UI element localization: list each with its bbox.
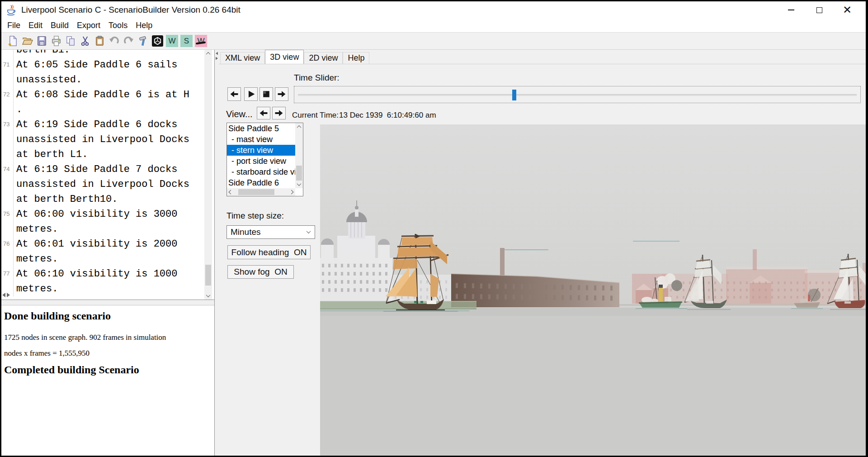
log-entry: 75At 06:00 visibility is 3000 metres.	[1, 207, 204, 237]
tab-xml-view[interactable]: XML view	[220, 52, 265, 64]
w-strikethrough-button[interactable]: W	[195, 35, 207, 47]
log-entry-text: berth B1.	[13, 50, 193, 57]
log-entry: berth B1.	[1, 50, 204, 57]
close-button[interactable]: ✕	[833, 1, 861, 19]
list-item-mast-view[interactable]: - mast view	[227, 134, 295, 145]
log-entry-text: At 06:01 visibility is 2000 metres.	[13, 237, 193, 267]
time-slider-track[interactable]	[298, 94, 857, 96]
paste-icon[interactable]	[94, 35, 106, 47]
menu-edit[interactable]: Edit	[24, 19, 47, 32]
splitter-collapse-right-icon[interactable]	[216, 57, 218, 60]
status-heading-done: Done building scenario	[4, 310, 212, 322]
vertical-splitter[interactable]	[214, 50, 219, 456]
log-entry-text: At 6:05 Side Paddle 6 sails unassisted.	[13, 57, 193, 87]
app-window: Liverpool Scenario C - ScenarioBuilder V…	[0, 0, 868, 457]
menu-help[interactable]: Help	[132, 19, 156, 32]
log-line-number: 77	[1, 267, 13, 296]
log-line-number: 71	[1, 57, 13, 87]
list-item-stern-view[interactable]: - stern view	[227, 145, 295, 156]
time-slider-thumb[interactable]	[512, 90, 516, 100]
list-item-port-side-view[interactable]: - port side view	[227, 156, 295, 167]
w-button[interactable]: W	[166, 35, 178, 47]
time-slider-label: Time Slider:	[294, 73, 340, 83]
list-scroll-right-icon[interactable]	[288, 188, 295, 196]
list-scroll-up-icon[interactable]	[295, 123, 303, 131]
chevron-down-icon	[307, 229, 311, 233]
list-item-side-paddle-5[interactable]: Side Paddle 5	[227, 123, 295, 134]
cut-icon[interactable]	[79, 35, 91, 47]
scroll-left-icon	[2, 293, 5, 297]
status-frames-detail: nodes x frames = 1,555,950	[4, 349, 212, 358]
3d-viewport[interactable]	[320, 124, 866, 456]
open-file-icon[interactable]	[21, 35, 33, 47]
tab-3d-view[interactable]: 3D view	[265, 50, 304, 64]
list-item-side-paddle-6[interactable]: Side Paddle 6	[227, 177, 295, 188]
step-back-button[interactable]	[227, 87, 241, 101]
time-slider[interactable]	[294, 86, 861, 103]
3d-scene	[320, 124, 866, 456]
log-entry-text: At 6:19 Side Paddle 7 docks unassisted i…	[13, 162, 193, 207]
scroll-up-icon[interactable]	[204, 50, 212, 57]
menu-file[interactable]: File	[3, 19, 24, 32]
view-next-button[interactable]	[272, 107, 286, 119]
s-button[interactable]: S	[180, 35, 193, 47]
scenario-log-panel[interactable]: berth B1. 71At 6:05 Side Paddle 6 sails …	[1, 50, 214, 300]
time-step-value: Minutes	[231, 227, 261, 237]
horizontal-splitter[interactable]	[1, 300, 214, 305]
list-vertical-scrollbar[interactable]	[295, 123, 303, 188]
list-scrollbar-thumb[interactable]	[296, 166, 302, 181]
play-icon	[246, 89, 256, 99]
log-scroll-area: berth B1. 71At 6:05 Side Paddle 6 sails …	[1, 50, 204, 300]
log-scrollbar-thumb[interactable]	[205, 265, 211, 286]
list-horizontal-scrollbar[interactable]	[227, 188, 295, 196]
scroll-right-icon	[7, 293, 10, 297]
toolbar: W S W	[1, 32, 866, 50]
play-button[interactable]	[244, 87, 258, 101]
list-scroll-down-icon[interactable]	[295, 181, 303, 188]
log-line-number: 76	[1, 237, 13, 267]
log-line-number: 73	[1, 117, 13, 162]
menu-export[interactable]: Export	[73, 19, 104, 32]
current-time-value: 13 Dec 1939 6:10:49:60 am	[339, 111, 436, 120]
undo-icon[interactable]	[108, 35, 120, 47]
list-hscrollbar-thumb[interactable]	[238, 189, 274, 195]
list-item-starboard-side-view[interactable]: - starboard side vie	[227, 167, 295, 177]
unity-icon[interactable]	[151, 35, 164, 47]
log-line-number: 75	[1, 207, 13, 237]
new-file-icon[interactable]	[7, 35, 19, 47]
title-bar: Liverpool Scenario C - ScenarioBuilder V…	[1, 1, 866, 19]
list-scroll-left-icon[interactable]	[227, 188, 235, 196]
show-fog-button[interactable]: Show fog ON	[227, 265, 294, 279]
log-entry: 72At 6:08 Side Paddle 6 is at H .	[1, 87, 204, 117]
tab-2d-view[interactable]: 2D view	[304, 52, 343, 64]
view-list-items: Side Paddle 5 - mast view - stern view -…	[227, 123, 295, 188]
log-line-number	[1, 50, 13, 57]
splitter-collapse-left-icon[interactable]	[216, 52, 218, 55]
save-icon[interactable]	[36, 35, 48, 47]
log-entry: 71At 6:05 Side Paddle 6 sails unassisted…	[1, 57, 204, 87]
time-step-dropdown[interactable]: Minutes	[226, 225, 315, 239]
follow-heading-button[interactable]: Follow heading ON	[227, 245, 311, 259]
log-horizontal-scroll-arrows[interactable]	[2, 293, 10, 297]
print-icon[interactable]	[50, 35, 62, 47]
scroll-down-icon[interactable]	[204, 292, 212, 300]
s-button-label: S	[184, 37, 189, 46]
copy-icon[interactable]	[65, 35, 77, 47]
maximize-button[interactable]	[805, 1, 833, 19]
view-prev-button[interactable]	[257, 107, 270, 119]
menu-build[interactable]: Build	[47, 19, 73, 32]
right-panel: XML view 3D view 2D view Help Time Slide…	[219, 50, 866, 456]
view-prev-icon	[259, 108, 269, 118]
menu-tools[interactable]: Tools	[104, 19, 132, 32]
stop-button[interactable]	[259, 87, 273, 101]
build-icon[interactable]	[137, 35, 149, 47]
tab-help[interactable]: Help	[343, 52, 369, 64]
minimize-button[interactable]	[777, 1, 805, 19]
step-forward-button[interactable]	[275, 87, 288, 101]
log-entry-text: At 6:19 Side Paddle 6 docks unassisted i…	[13, 117, 193, 162]
view-label: View...	[226, 109, 253, 119]
w-button-label: W	[168, 37, 175, 46]
redo-icon[interactable]	[123, 35, 135, 47]
log-vertical-scrollbar[interactable]	[204, 50, 212, 300]
tab-bar: XML view 3D view 2D view Help	[219, 50, 866, 64]
